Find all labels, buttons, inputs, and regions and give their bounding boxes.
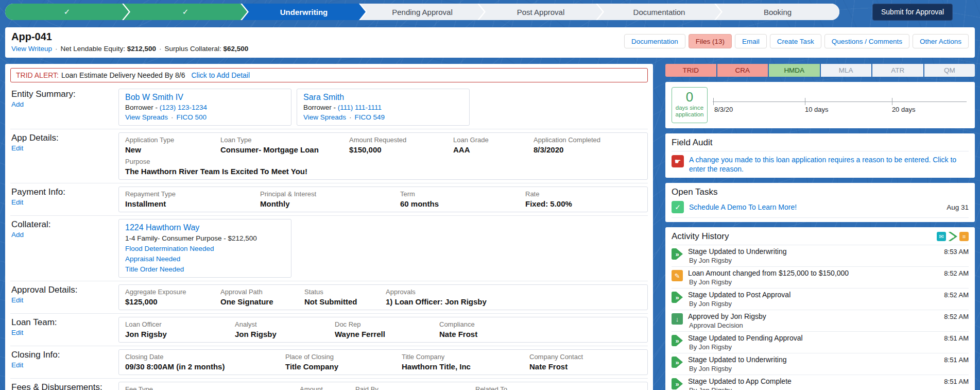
path-stage-complete-2[interactable]: ✓ <box>124 4 247 20</box>
activity-line2: By Jon Rigsby <box>688 257 940 264</box>
stage-activity-icon[interactable]: » <box>948 232 957 241</box>
field-value: Nate Frost <box>529 362 641 371</box>
path-stage-complete-1[interactable]: ✓ <box>5 4 129 20</box>
flood-determination-link[interactable]: Flood Determination Needed <box>125 244 285 253</box>
tab-qm[interactable]: QM <box>924 64 975 77</box>
activity-history-card: Activity History ✉ » ≡ » Stage Updated t… <box>665 227 975 390</box>
activity-item: » Stage Updated to UnderwritingBy Jon Ri… <box>672 245 969 267</box>
field-repayment-type: Repayment TypeInstallment <box>125 190 260 209</box>
borrower-name-link[interactable]: Bob W Smith IV <box>125 93 183 101</box>
payment-info-edit-link[interactable]: Edit <box>11 198 23 206</box>
approval-details-edit-link[interactable]: Edit <box>11 296 23 304</box>
activity-time: 8:51 AM <box>944 334 969 342</box>
fico-link[interactable]: FICO 549 <box>355 113 385 121</box>
activity-line2: By Jon Rigsby <box>688 300 940 308</box>
activity-time: 8:53 AM <box>944 248 969 256</box>
submit-for-approval-button[interactable]: Submit for Approval <box>872 4 953 21</box>
field-value: Nate Frost <box>439 329 641 339</box>
collateral-description: 1-4 Family- Consumer Purpose - $212,500 <box>125 234 285 243</box>
field-label: Purpose <box>125 158 641 166</box>
fico-link[interactable]: FICO 500 <box>177 113 207 121</box>
path-stage-pending-approval[interactable]: Pending Approval <box>360 4 484 20</box>
collateral-add-link[interactable]: Add <box>11 231 24 239</box>
tab-trid[interactable]: TRID <box>665 64 716 77</box>
stage-update-icon: » <box>672 335 683 346</box>
stage-label: Post Approval <box>517 8 565 16</box>
activity-time: 8:52 AM <box>944 313 969 320</box>
documentation-button[interactable]: Documentation <box>624 34 685 48</box>
header-action-buttons: Documentation Files (13) Email Create Ta… <box>624 34 969 48</box>
field-label: Application Type <box>125 136 220 144</box>
borrower-phone-link[interactable]: (123) 123-1234 <box>160 104 207 111</box>
field-audit-message-link[interactable]: A change you made to this loan applicati… <box>689 155 969 174</box>
collateral-address-link[interactable]: 1224 Hawthorn Way <box>125 223 199 232</box>
email-button[interactable]: Email <box>735 34 767 48</box>
open-tasks-title: Open Tasks <box>672 187 969 197</box>
view-spreads-link[interactable]: View Spreads <box>125 113 168 121</box>
tab-atr[interactable]: ATR <box>872 64 923 77</box>
activity-line1: Stage Updated to App Complete <box>688 377 940 385</box>
closing-info-edit-link[interactable]: Edit <box>11 361 23 369</box>
field-closing-date: Closing Date09/30 8:00AM (in 2 months) <box>125 353 285 371</box>
entity-summary-add-link[interactable]: Add <box>11 100 24 108</box>
check-icon: ✓ <box>182 7 189 16</box>
field-company-contact: Company ContactNate Frost <box>529 353 641 371</box>
borrower-phone-link[interactable]: (111) 111-1111 <box>338 104 382 111</box>
tab-cra[interactable]: CRA <box>717 64 768 77</box>
activity-line1: Approved by Jon Rigsby <box>688 312 940 320</box>
stage-update-icon: » <box>672 378 683 389</box>
section-entity-summary: Entity Summary: Add Bob W Smith IV Borro… <box>10 86 648 129</box>
field-value: The Hawthorn River Team Is Excited To Me… <box>125 166 641 176</box>
tab-mla[interactable]: MLA <box>821 64 872 77</box>
field-doc-rep: Doc RepWayne Ferrell <box>335 320 439 339</box>
view-writeup-link[interactable]: View Writeup <box>11 45 52 53</box>
activity-line1: Stage Updated to Post Approval <box>688 291 940 299</box>
loan-detail-panel: TRID ALERT: Loan Estimate Delivery Neede… <box>5 64 653 390</box>
approval-details-title: Approval Details: <box>11 285 115 295</box>
path-stage-booking[interactable]: Booking <box>716 4 839 20</box>
field-label: Principal & Interest <box>260 190 400 198</box>
loan-team-edit-link[interactable]: Edit <box>11 329 23 336</box>
path-stage-post-approval[interactable]: Post Approval <box>479 4 603 20</box>
log-activity-icon[interactable]: ≡ <box>959 232 969 241</box>
create-task-button[interactable]: Create Task <box>770 34 821 48</box>
field-purpose: Purpose The Hawthorn River Team Is Excit… <box>125 158 641 176</box>
approval-details-box: Aggregate Exposure$125,000 Approval Path… <box>118 284 648 310</box>
fees-table: Fee Type Amount Paid By Related To Loan … <box>125 385 641 390</box>
view-spreads-link[interactable]: View Spreads <box>303 113 346 121</box>
email-activity-icon[interactable]: ✉ <box>937 232 946 241</box>
stage-update-icon: » <box>672 292 683 303</box>
field-audit-card: Field Audit ☛ A change you made to this … <box>665 133 975 178</box>
app-details-edit-link[interactable]: Edit <box>11 144 23 152</box>
path-stage-underwriting[interactable]: Underwriting <box>242 4 366 20</box>
trid-alert-message: Loan Estimate Delivery Needed By 8/6 <box>61 71 185 79</box>
separator-dot: · <box>171 113 174 121</box>
main-area: TRID ALERT: Loan Estimate Delivery Neede… <box>5 64 975 390</box>
borrower-name-link[interactable]: Sara Smith <box>303 93 344 101</box>
field-loan-officer: Loan OfficerJon Rigsby <box>125 320 235 339</box>
field-term: Term60 months <box>400 190 525 209</box>
field-value: Not Submitted <box>304 297 386 307</box>
field-label: Term <box>400 190 525 198</box>
field-title-company: Title CompanyHawthorn Title, Inc <box>402 353 529 371</box>
activity-line2: By Jon Rigsby <box>688 343 940 351</box>
path-stage-documentation[interactable]: Documentation <box>597 4 721 20</box>
appraisal-needed-link[interactable]: Appraisal Needed <box>125 255 285 264</box>
trid-alert-add-detail-link[interactable]: Click to Add Detail <box>191 71 250 79</box>
field-label: Rate <box>525 190 641 198</box>
tab-hmda[interactable]: HMDA <box>769 64 820 77</box>
field-label: Loan Type <box>220 136 349 144</box>
other-actions-button[interactable]: Other Actions <box>913 34 969 48</box>
app-details-box: Application TypeNew Loan TypeConsumer- M… <box>118 132 648 180</box>
activity-time: 8:51 AM <box>944 356 969 364</box>
fees-table-box: Fee Type Amount Paid By Related To Loan … <box>118 382 648 390</box>
timeline-mid-label: 10 days <box>805 106 829 113</box>
questions-comments-button[interactable]: Questions / Comments <box>824 34 909 48</box>
task-link[interactable]: Schedule A Demo To Learn More! <box>689 203 941 211</box>
check-icon: ✓ <box>64 7 71 16</box>
title-order-link[interactable]: Title Order Needed <box>125 265 285 274</box>
files-button[interactable]: Files (13) <box>689 34 732 48</box>
activity-line2: By Jon Rigsby <box>688 386 940 390</box>
field-value: New <box>125 145 220 155</box>
field-loan-grade: Loan GradeAAA <box>453 136 534 155</box>
